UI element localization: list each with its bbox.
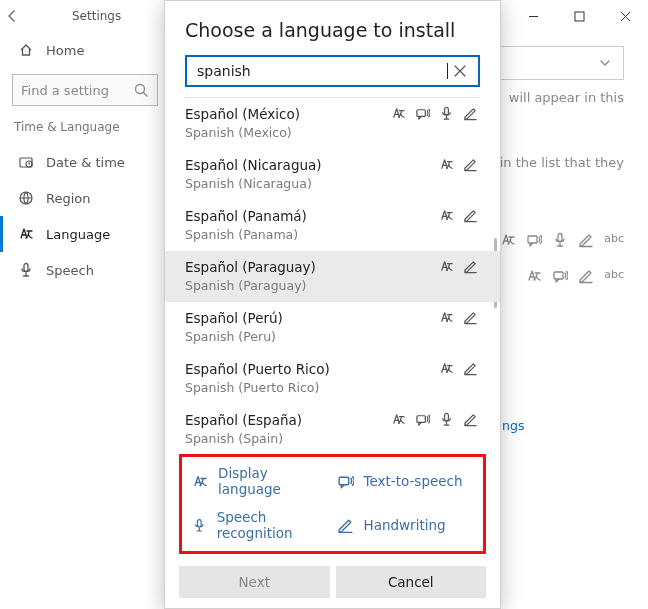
- svg-rect-6: [575, 12, 584, 21]
- language-subtitle: Spanish (Nicaragua): [185, 176, 480, 191]
- language-capabilities: [439, 259, 478, 274]
- hand-icon: [463, 361, 478, 376]
- language-name: Español (Perú): [185, 310, 480, 326]
- find-setting-input[interactable]: Find a setting: [12, 74, 158, 106]
- nav-icon: [18, 190, 34, 206]
- nav-icon: [18, 226, 34, 242]
- language-name: Español (Paraguay): [185, 259, 480, 275]
- language-name: Español (Puerto Rico): [185, 361, 480, 377]
- language-capabilities: [391, 106, 478, 121]
- maximize-button[interactable]: [556, 0, 602, 32]
- capability-legend: Display language Text-to-speech Speech r…: [179, 454, 486, 554]
- language-subtitle: Spanish (Panama): [185, 227, 480, 242]
- display-language-icon: [192, 473, 208, 490]
- hand-icon: [463, 310, 478, 325]
- legend-display: Display language: [192, 465, 329, 497]
- language-capabilities: [439, 361, 478, 376]
- hand-icon: [463, 106, 478, 121]
- cancel-button[interactable]: Cancel: [336, 566, 487, 598]
- nav-icon: [18, 154, 34, 170]
- language-search-value[interactable]: [195, 62, 449, 80]
- install-language-dialog: Choose a language to install Español (Mé…: [164, 0, 501, 609]
- next-button[interactable]: Next: [179, 566, 330, 598]
- language-option[interactable]: Español (Perú)Spanish (Peru): [165, 302, 500, 353]
- sidebar: Home Find a setting Time & Language Date…: [0, 32, 170, 288]
- search-icon: [133, 82, 149, 98]
- language-option[interactable]: Español (España)Spanish (Spain): [165, 404, 500, 446]
- tts-icon: [415, 106, 430, 121]
- handwriting-icon: [337, 517, 354, 534]
- display-icon: [439, 208, 454, 223]
- sidebar-item-speech[interactable]: Speech: [12, 252, 158, 288]
- hand-icon: [463, 412, 478, 427]
- language-capabilities: [439, 157, 478, 172]
- language-subtitle: Spanish (Mexico): [185, 125, 480, 140]
- speech-recognition-icon: [192, 517, 207, 534]
- dialog-title: Choose a language to install: [185, 19, 480, 41]
- display-icon: [391, 106, 406, 121]
- language-option[interactable]: Español (Puerto Rico)Spanish (Puerto Ric…: [165, 353, 500, 404]
- text-to-speech-icon: [337, 473, 354, 490]
- language-subtitle: Spanish (Spain): [185, 431, 480, 446]
- nav-home-label: Home: [46, 43, 84, 58]
- hand-icon: [463, 157, 478, 172]
- language-subtitle: Spanish (Paraguay): [185, 278, 480, 293]
- find-setting-placeholder: Find a setting: [21, 83, 133, 98]
- display-icon: [439, 259, 454, 274]
- clear-search-button[interactable]: [448, 63, 472, 79]
- language-capabilities: [391, 412, 478, 427]
- language-capabilities: [439, 208, 478, 223]
- sidebar-group: Time & Language: [14, 120, 158, 134]
- hand-icon: [463, 208, 478, 223]
- legend-speech: Speech recognition: [192, 509, 329, 541]
- language-option[interactable]: Español (Paraguay)Spanish (Paraguay): [165, 251, 500, 302]
- tts-icon: [415, 412, 430, 427]
- sidebar-item-language[interactable]: Language: [0, 216, 158, 252]
- nav-icon: [18, 262, 34, 278]
- language-list[interactable]: Español (México)Spanish (Mexico)Español …: [165, 98, 500, 446]
- home-icon: [18, 42, 34, 58]
- window-title: Settings: [72, 9, 121, 23]
- sidebar-item-region[interactable]: Region: [12, 180, 158, 216]
- chevron-down-icon: [597, 55, 613, 71]
- language-option[interactable]: Español (Nicaragua)Spanish (Nicaragua): [165, 149, 500, 200]
- language-name: Español (Nicaragua): [185, 157, 480, 173]
- language-search-input[interactable]: [185, 55, 480, 87]
- back-button[interactable]: [0, 4, 24, 28]
- close-button[interactable]: [602, 0, 648, 32]
- language-capabilities: [439, 310, 478, 325]
- hand-icon: [463, 259, 478, 274]
- language-option[interactable]: Español (México)Spanish (Mexico): [165, 98, 500, 149]
- language-subtitle: Spanish (Puerto Rico): [185, 380, 480, 395]
- display-icon: [439, 361, 454, 376]
- nav-home[interactable]: Home: [12, 32, 158, 68]
- language-subtitle: Spanish (Peru): [185, 329, 480, 344]
- speech-icon: [439, 412, 454, 427]
- close-icon: [452, 63, 468, 79]
- display-icon: [439, 310, 454, 325]
- display-icon: [439, 157, 454, 172]
- speech-icon: [439, 106, 454, 121]
- legend-hand: Handwriting: [337, 509, 474, 541]
- legend-tts: Text-to-speech: [337, 465, 474, 497]
- sidebar-item-date-time[interactable]: Date & time: [12, 144, 158, 180]
- display-icon: [391, 412, 406, 427]
- language-option[interactable]: Español (Panamá)Spanish (Panama): [165, 200, 500, 251]
- language-name: Español (Panamá): [185, 208, 480, 224]
- minimize-button[interactable]: [510, 0, 556, 32]
